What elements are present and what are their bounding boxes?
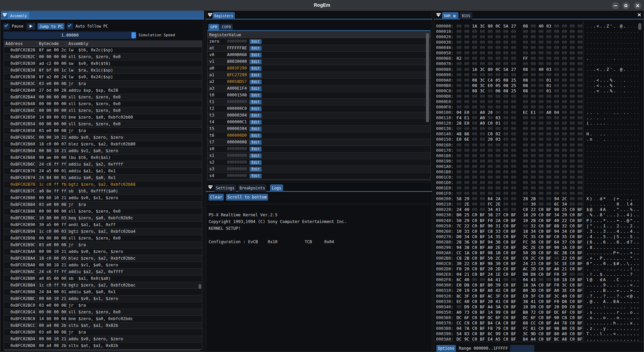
hex-byte[interactable]: 80	[562, 326, 570, 331]
hex-byte[interactable]: C0	[523, 207, 531, 212]
assembly-row[interactable]: 0xBFC02B6890 ae 00 00lbu $t6, 0x0($a1)	[4, 155, 202, 161]
hex-byte[interactable]: 00	[457, 61, 464, 67]
hex-byte[interactable]: C0	[503, 304, 511, 310]
tab-gpr[interactable]: GPR	[208, 24, 219, 30]
hex-byte[interactable]: 00	[523, 175, 531, 180]
hex-byte[interactable]: 00	[472, 185, 480, 191]
hex-byte[interactable]: 00	[495, 99, 503, 104]
hex-byte[interactable]: C0	[472, 250, 480, 256]
hex-byte[interactable]: 27	[495, 212, 503, 218]
tab-assembly[interactable]: Assembly	[8, 12, 29, 19]
hex-byte[interactable]: 2B	[562, 250, 570, 256]
hex-byte[interactable]: C0	[570, 245, 578, 250]
hex-byte[interactable]: 08	[503, 78, 511, 83]
hex-byte[interactable]: BF	[511, 261, 519, 266]
hex-byte[interactable]: 00	[488, 88, 495, 94]
hex-byte[interactable]: 00	[480, 175, 488, 180]
hex-byte[interactable]: 00	[539, 99, 546, 104]
hex-byte[interactable]: 00	[472, 61, 480, 67]
hex-byte[interactable]: 00	[539, 34, 546, 40]
hex-byte[interactable]: 2E	[531, 245, 538, 250]
hex-byte[interactable]: BF	[511, 320, 519, 326]
hex-byte[interactable]: 00	[457, 29, 464, 34]
hex-byte[interactable]: 00	[531, 185, 538, 191]
hex-byte[interactable]: 00	[464, 78, 472, 83]
hex-byte[interactable]: B4	[523, 337, 531, 342]
hex-byte[interactable]: BF	[546, 218, 554, 223]
hex-byte[interactable]: 3C	[562, 282, 570, 288]
hex-byte[interactable]: 00	[554, 34, 562, 40]
tab-close-icon[interactable]	[453, 14, 456, 17]
assembly-row[interactable]: 0xBFC02B5400 00 00 00sll $zero, $zero, 0…	[4, 121, 202, 128]
hex-byte[interactable]: 00	[495, 191, 503, 196]
hex-byte[interactable]: BF	[511, 331, 519, 337]
hex-byte[interactable]: 00	[554, 131, 562, 137]
hex-byte[interactable]: BF	[578, 326, 585, 331]
hex-byte[interactable]: BF	[480, 229, 488, 234]
hex-byte[interactable]: C0	[503, 337, 511, 342]
hex-byte[interactable]: C0	[570, 282, 578, 288]
hex-byte[interactable]: 00	[511, 153, 519, 159]
hex-byte[interactable]: 33	[495, 229, 503, 234]
hex-byte[interactable]: BF	[511, 310, 519, 315]
hex-byte[interactable]: C0	[570, 229, 578, 234]
hex-byte[interactable]: 00	[457, 185, 464, 191]
hex-byte[interactable]: 40	[539, 24, 546, 29]
hex-byte[interactable]: 08	[472, 83, 480, 88]
hex-byte[interactable]: 94	[488, 239, 495, 245]
hex-byte[interactable]: 18	[523, 212, 531, 218]
hex-byte[interactable]: C0	[570, 207, 578, 212]
hex-byte[interactable]: 3C	[480, 78, 488, 83]
edit-button[interactable]: Edit	[250, 127, 262, 131]
hex-byte[interactable]: 00	[570, 50, 578, 56]
close-button[interactable]	[634, 2, 641, 9]
hex-byte[interactable]: 1B	[495, 250, 503, 256]
hex-byte[interactable]: 00	[488, 142, 495, 148]
hex-byte[interactable]: 38	[488, 212, 495, 218]
hex-byte[interactable]: 00	[503, 110, 511, 115]
hex-byte[interactable]: 08	[488, 250, 495, 256]
hex-byte[interactable]: 00	[464, 148, 472, 153]
hex-byte[interactable]: 00	[539, 191, 546, 196]
hex-byte[interactable]: CC	[457, 320, 464, 326]
hex-byte[interactable]: C0	[570, 266, 578, 272]
edit-button[interactable]: Edit	[250, 80, 262, 84]
hex-byte[interactable]: 00	[472, 180, 480, 185]
hex-byte[interactable]: 00	[472, 191, 480, 196]
hex-byte[interactable]: A0	[488, 245, 495, 250]
hex-byte[interactable]: D9	[531, 304, 538, 310]
hex-byte[interactable]: DC	[488, 315, 495, 320]
hex-byte[interactable]: 90	[554, 245, 562, 250]
hex-byte[interactable]: 00	[539, 164, 546, 169]
hex-byte[interactable]: 6E	[464, 137, 472, 142]
hex-byte[interactable]: 00	[578, 137, 585, 142]
hex-byte[interactable]: 00	[546, 142, 554, 148]
hex-byte[interactable]: 00	[472, 137, 480, 142]
hex-byte[interactable]: 68	[523, 320, 531, 326]
hex-byte[interactable]: 00	[531, 121, 538, 126]
hex-byte[interactable]: 79	[495, 326, 503, 331]
hex-byte[interactable]: 00	[503, 104, 511, 110]
hex-byte[interactable]: 00	[480, 142, 488, 148]
assembly-row[interactable]: 0xBFC02BBC00 60 10 21addu $v0, $v1, $zer…	[4, 296, 202, 302]
hex-byte[interactable]: 00	[480, 50, 488, 56]
hex-byte[interactable]: C0	[503, 250, 511, 256]
hex-byte[interactable]: 90	[488, 223, 495, 229]
hex-byte[interactable]: 00	[480, 104, 488, 110]
hex-byte[interactable]: 00	[511, 142, 519, 148]
hex-byte[interactable]: 00	[472, 169, 480, 175]
hex-byte[interactable]: 00	[511, 185, 519, 191]
hex-byte[interactable]: 00	[570, 153, 578, 159]
hex-byte[interactable]: 00	[464, 56, 472, 61]
hex-byte[interactable]: 00	[457, 148, 464, 153]
hex-byte[interactable]: C0	[472, 315, 480, 320]
assembly-row[interactable]: 0xBFC02B5803 e0 00 08jr $ra	[4, 128, 202, 134]
hex-byte[interactable]: 80	[488, 67, 495, 72]
hex-byte[interactable]: A0	[480, 115, 488, 121]
assembly-row[interactable]: 0xBFC02BD800 a4 08 2bsltu $at, $a1, 0x82…	[4, 343, 202, 349]
edit-button[interactable]: Edit	[250, 73, 262, 78]
tab-registers[interactable]: Registers	[213, 12, 235, 19]
hex-byte[interactable]: 00	[511, 164, 519, 169]
hex-byte[interactable]: 2B	[531, 250, 538, 256]
assembly-row[interactable]: 0xBFC02BB41c c0 ff fdbgtz $zero, $a2, 0x…	[4, 282, 202, 289]
